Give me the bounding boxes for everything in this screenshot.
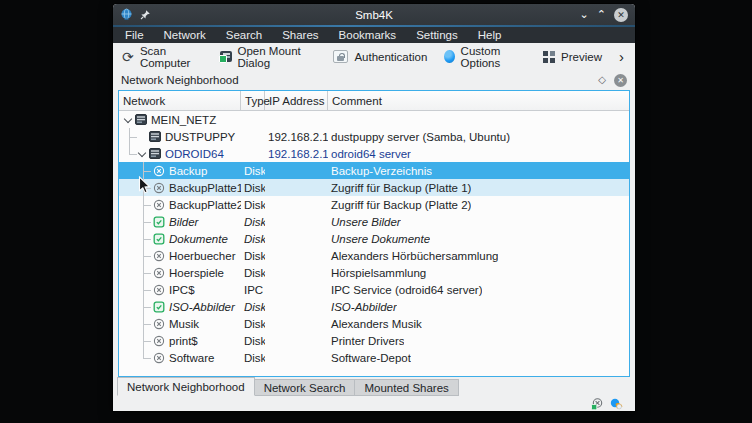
maximize-button[interactable]: ⌃: [597, 9, 606, 20]
share-icon: [153, 182, 165, 194]
item-label: IPC$: [169, 284, 195, 296]
row-hoerbuecher[interactable]: HoerbuecherDiskAlexanders Hörbüchersamml…: [119, 247, 629, 264]
row-dokumente[interactable]: DokumenteDiskUnsere Dokumente: [119, 230, 629, 247]
tree-branch-stub: [129, 154, 137, 155]
row-dustpuppy[interactable]: DUSTPUPPY192.168.2.105dustpuppy server (…: [119, 128, 629, 145]
cell-type: [241, 128, 265, 145]
cell-type: Disk: [241, 213, 265, 230]
toolbar-button-label: Scan Computer: [140, 45, 203, 69]
menu-item-settings[interactable]: Settings: [406, 28, 468, 42]
row-iso-abbilder[interactable]: ISO-AbbilderDiskISO-Abbilder: [119, 298, 629, 315]
toolbar-button-preview[interactable]: Preview: [543, 51, 602, 63]
cell-type: Disk: [241, 349, 265, 366]
item-label: print$: [169, 335, 198, 347]
cell-network: DUSTPUPPY: [119, 128, 241, 145]
row-backup[interactable]: BackupDiskBackup-Verzeichnis: [119, 162, 629, 179]
cell-comment: Printer Drivers: [328, 332, 404, 349]
cell-network: ODROID64: [119, 145, 241, 162]
menu-item-file[interactable]: File: [115, 28, 154, 42]
server-icon: [149, 131, 161, 143]
item-label: Hoerbuecher: [169, 250, 235, 262]
cell-comment: Unsere Dokumente: [328, 230, 430, 247]
row-software[interactable]: SoftwareDiskSoftware-Depot: [119, 349, 629, 366]
share-icon: [153, 267, 165, 279]
row-bilder[interactable]: BilderDiskUnsere Bilder: [119, 213, 629, 230]
toolbar-button-label: Authentication: [354, 51, 427, 63]
column-header-comment[interactable]: Comment: [328, 91, 629, 110]
menu-item-bookmarks[interactable]: Bookmarks: [329, 28, 407, 42]
tree-branch-stub: [143, 205, 151, 206]
tree-branch-stub: [143, 307, 151, 308]
cell-type: Disk: [241, 315, 265, 332]
row-print[interactable]: print$DiskPrinter Drivers: [119, 332, 629, 349]
tree-branch-stub: [143, 341, 151, 342]
toolbar: ⟳Scan ComputerOpen Mount DialogAuthentic…: [113, 43, 635, 70]
item-label: ODROID64: [165, 148, 224, 160]
menu-item-network[interactable]: Network: [154, 28, 216, 42]
item-label: Bilder: [169, 216, 198, 228]
share-icon: [153, 352, 165, 364]
item-label: Software: [169, 352, 214, 364]
row-backupplatte1[interactable]: BackupPlatte1$DiskZugriff für Backup (Pl…: [119, 179, 629, 196]
toolbar-button-scan-computer[interactable]: ⟳Scan Computer: [122, 45, 203, 69]
share-mounted-icon: [153, 216, 165, 228]
cell-comment: Backup-Verzeichnis: [328, 162, 432, 179]
row-backupplatte2[interactable]: BackupPlatte2$DiskZugriff für Backup (Pl…: [119, 196, 629, 213]
dock-float-icon[interactable]: ◇: [598, 75, 606, 85]
desktop-background: Smb4K ⌄ ⌃ ✕ FileNetworkSearchSharesBookm…: [0, 0, 752, 423]
cell-comment: Alexanders Hörbüchersammlung: [328, 247, 498, 264]
tab-network-neighborhood[interactable]: Network Neighborhood: [117, 377, 255, 396]
pin-icon[interactable]: [140, 9, 151, 20]
cell-network: BackupPlatte2$: [119, 196, 241, 213]
cell-type: Disk: [241, 196, 265, 213]
tab-mounted-shares[interactable]: Mounted Shares: [355, 379, 458, 396]
chevron-down-icon[interactable]: [123, 111, 135, 128]
item-label: Backup: [169, 165, 207, 177]
cell-type: [241, 111, 265, 128]
cell-type: Disk: [241, 162, 265, 179]
globe-wrench-icon: [444, 50, 454, 63]
column-header-network[interactable]: Network: [119, 91, 241, 110]
cell-network: print$: [119, 332, 241, 349]
column-header-ip-address[interactable]: IP Address: [265, 91, 328, 110]
item-label: Musik: [169, 318, 199, 330]
share-icon: [153, 250, 165, 262]
cell-network: Hoerbuecher: [119, 247, 241, 264]
chevron-spacer: [137, 128, 149, 145]
cell-comment: [328, 111, 331, 128]
chevron-down-icon[interactable]: [137, 145, 149, 162]
minimize-button[interactable]: ⌄: [580, 9, 589, 20]
menu-item-shares[interactable]: Shares: [272, 28, 328, 42]
cell-network: Hoerspiele: [119, 264, 241, 281]
toolbar-button-open-mount-dialog[interactable]: Open Mount Dialog: [220, 45, 316, 69]
cell-comment: Alexanders Musik: [328, 315, 422, 332]
toolbar-button-authentication[interactable]: Authentication: [333, 50, 427, 63]
toolbar-overflow-icon[interactable]: ›: [619, 49, 626, 64]
row-ipc[interactable]: IPC$IPCIPC Service (odroid64 server): [119, 281, 629, 298]
bottom-tab-bar: Network NeighborhoodNetwork SearchMounte…: [113, 377, 635, 396]
menu-item-search[interactable]: Search: [216, 28, 272, 42]
column-header-type[interactable]: Type: [241, 91, 265, 110]
row-musik[interactable]: MusikDiskAlexanders Musik: [119, 315, 629, 332]
item-label: DUSTPUPPY: [165, 131, 235, 143]
cell-comment: Zugriff für Backup (Platte 1): [328, 179, 471, 196]
cell-ip: [265, 230, 328, 247]
refresh-icon: ⟳: [122, 49, 134, 64]
menu-item-help[interactable]: Help: [468, 28, 512, 42]
toolbar-button-custom-options[interactable]: Custom Options: [444, 45, 526, 69]
row-odroid64[interactable]: ODROID64192.168.2.102odroid64 server: [119, 145, 629, 162]
item-label: Dokumente: [169, 233, 228, 245]
row-hoerspiele[interactable]: HoerspieleDiskHörspielsammlung: [119, 264, 629, 281]
cell-ip: [265, 111, 328, 128]
dock-close-icon[interactable]: ✕: [614, 74, 627, 87]
share-icon: [153, 318, 165, 330]
close-button[interactable]: ✕: [614, 8, 628, 22]
titlebar[interactable]: Smb4K ⌄ ⌃ ✕: [113, 4, 635, 25]
cell-comment: Zugriff für Backup (Platte 2): [328, 196, 471, 213]
row-mein-netz[interactable]: MEIN_NETZ: [119, 111, 629, 128]
tab-network-search[interactable]: Network Search: [255, 379, 356, 396]
cell-comment: Hörspielsammlung: [328, 264, 426, 281]
item-label: BackupPlatte1$: [169, 182, 241, 194]
cell-comment: ISO-Abbilder: [328, 298, 397, 315]
cell-network: ISO-Abbilder: [119, 298, 241, 315]
